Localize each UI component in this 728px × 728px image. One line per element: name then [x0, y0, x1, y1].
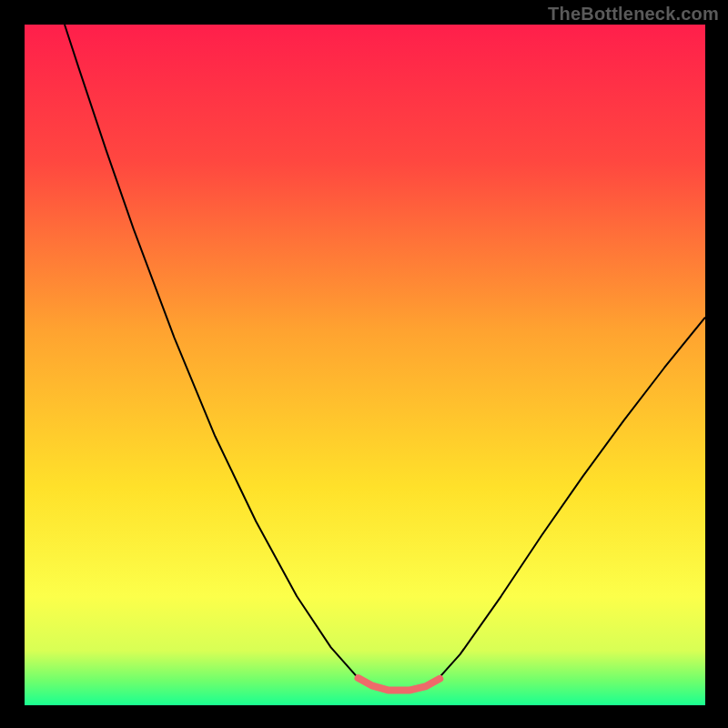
- watermark-text: TheBottleneck.com: [548, 4, 719, 25]
- chart-background: [25, 25, 705, 705]
- chart-plot-area: [25, 25, 705, 705]
- chart-stage: TheBottleneck.com: [0, 0, 728, 728]
- chart-svg: [25, 25, 705, 705]
